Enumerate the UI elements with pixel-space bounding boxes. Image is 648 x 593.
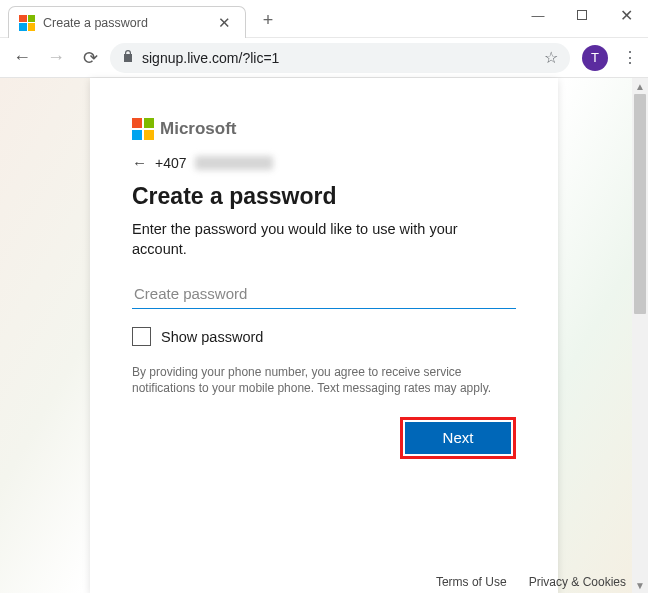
next-button-highlight: Next: [400, 417, 516, 459]
tab-title: Create a password: [43, 16, 214, 30]
password-input[interactable]: [132, 281, 516, 309]
show-password-row[interactable]: Show password: [132, 327, 516, 346]
scrollbar-down-icon[interactable]: ▼: [632, 577, 648, 593]
window-titlebar: Create a password ✕ + — ✕: [0, 0, 648, 38]
show-password-label: Show password: [161, 329, 263, 345]
microsoft-logo-icon: [132, 118, 154, 140]
browser-toolbar: ← → ⟳ signup.live.com/?lic=1 ☆ T ⋮: [0, 38, 648, 78]
lock-icon: [122, 49, 134, 66]
show-password-checkbox[interactable]: [132, 327, 151, 346]
window-close-button[interactable]: ✕: [604, 0, 648, 30]
identity-row[interactable]: ← +407: [132, 154, 516, 171]
microsoft-favicon: [19, 15, 35, 31]
identity-phone-redacted: [195, 156, 273, 170]
legal-text: By providing your phone number, you agre…: [132, 364, 516, 396]
scrollbar-up-icon[interactable]: ▲: [632, 78, 648, 94]
page-subheading: Enter the password you would like to use…: [132, 220, 516, 259]
profile-avatar[interactable]: T: [582, 45, 608, 71]
forward-button[interactable]: →: [42, 44, 70, 72]
tab-close-icon[interactable]: ✕: [214, 14, 235, 32]
footer-links: Terms of Use Privacy & Cookies: [436, 575, 626, 589]
window-maximize-button[interactable]: [560, 0, 604, 30]
menu-icon[interactable]: ⋮: [620, 48, 640, 67]
back-button[interactable]: ←: [8, 44, 36, 72]
next-button[interactable]: Next: [405, 422, 511, 454]
window-minimize-button[interactable]: —: [516, 0, 560, 30]
reload-button[interactable]: ⟳: [76, 44, 104, 72]
window-controls: — ✕: [516, 0, 648, 30]
back-arrow-icon[interactable]: ←: [132, 154, 147, 171]
address-bar[interactable]: signup.live.com/?lic=1 ☆: [110, 43, 570, 73]
actions-row: Next: [132, 417, 516, 459]
microsoft-brand-text: Microsoft: [160, 119, 237, 139]
new-tab-button[interactable]: +: [256, 10, 280, 31]
signup-card: Microsoft ← +407 Create a password Enter…: [90, 78, 558, 593]
identity-phone-prefix: +407: [155, 155, 187, 171]
scrollbar-thumb[interactable]: [634, 94, 646, 314]
terms-of-use-link[interactable]: Terms of Use: [436, 575, 507, 589]
url-text: signup.live.com/?lic=1: [142, 50, 536, 66]
scrollbar-track[interactable]: ▲ ▼: [632, 78, 648, 593]
page-viewport: Microsoft ← +407 Create a password Enter…: [0, 78, 648, 593]
privacy-cookies-link[interactable]: Privacy & Cookies: [529, 575, 626, 589]
microsoft-logo: Microsoft: [132, 118, 516, 140]
bookmark-star-icon[interactable]: ☆: [544, 48, 558, 67]
browser-tab[interactable]: Create a password ✕: [8, 6, 246, 38]
page-heading: Create a password: [132, 183, 516, 210]
